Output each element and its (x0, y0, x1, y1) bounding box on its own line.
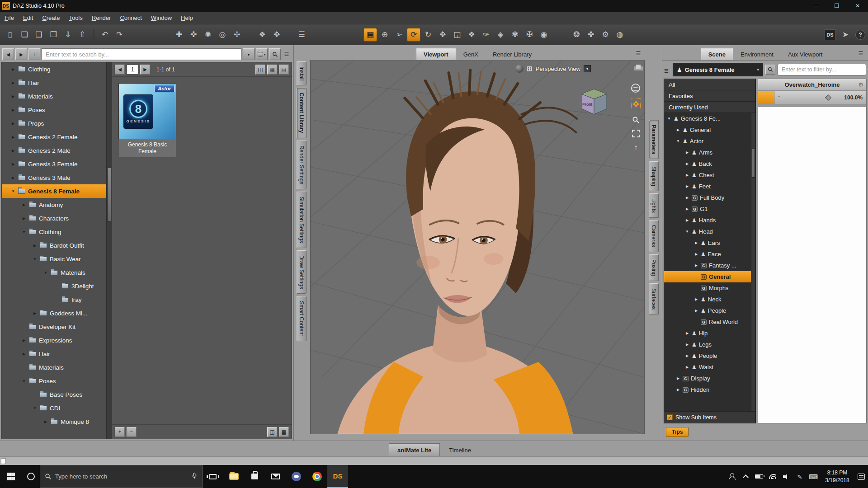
parameter-group-item[interactable]: Chest (664, 169, 755, 181)
import-icon[interactable]: ⇩ (61, 28, 75, 42)
geometry-editor-tool-icon[interactable]: ◈ (494, 28, 507, 42)
tree-item[interactable]: Props (2, 117, 112, 130)
menu-item[interactable]: File (0, 12, 19, 23)
tree-item[interactable]: 3Delight (2, 279, 112, 293)
expand-arrow-icon[interactable] (685, 331, 689, 335)
database-filter-button[interactable]: ▾ (256, 48, 268, 60)
people-icon[interactable] (725, 465, 739, 488)
viewport-tab[interactable]: Viewport (416, 48, 456, 60)
add-category-button[interactable]: + (115, 427, 125, 437)
tips-button[interactable]: Tips (666, 427, 689, 437)
store-button[interactable] (244, 465, 265, 488)
tree-item[interactable]: Clothing (2, 225, 112, 239)
parameters-scrollbar[interactable] (751, 113, 755, 411)
parameter-group-item[interactable]: Waist (664, 361, 755, 373)
page-number-input[interactable] (127, 65, 138, 75)
tree-item[interactable]: Materials (2, 89, 112, 103)
transfer-utility-icon[interactable]: ✾ (508, 28, 522, 42)
daz-studio-button[interactable]: DS (327, 465, 348, 488)
deck-tab[interactable]: aniMate Lite (389, 443, 440, 456)
dock-tab[interactable]: Parameters (649, 120, 659, 159)
expand-arrow-icon[interactable] (11, 81, 15, 85)
expand-arrow-icon[interactable] (685, 343, 689, 347)
expand-arrow-icon[interactable] (22, 352, 26, 356)
battery-icon[interactable] (752, 465, 766, 488)
scale-tool-icon[interactable]: ◱ (450, 28, 464, 42)
tree-item[interactable]: Monique 8 (2, 415, 112, 428)
close-button[interactable]: ✕ (847, 0, 868, 12)
tree-item[interactable]: Goddess Mi... (2, 306, 112, 320)
parameter-group-item[interactable]: Feet (664, 181, 755, 192)
render-tool-icon[interactable]: ◉ (537, 28, 551, 42)
viewport-3d[interactable]: Perspective View ▾ Front (310, 61, 645, 434)
parameter-group-item[interactable]: People (664, 350, 755, 361)
save-file-icon[interactable]: ❑ (32, 28, 46, 42)
expand-arrow-icon[interactable] (22, 203, 26, 207)
create-camera-icon[interactable]: ◎ (216, 28, 229, 42)
save-as-icon[interactable]: ❐ (47, 28, 60, 42)
discord-button[interactable] (286, 465, 307, 488)
menu-item[interactable]: Connect (115, 12, 146, 23)
expand-arrow-icon[interactable] (685, 162, 689, 166)
expand-arrow-icon[interactable] (11, 108, 15, 112)
parameter-group-item[interactable]: Display (664, 373, 755, 384)
help-icon[interactable]: ? (855, 30, 865, 40)
mail-button[interactable] (265, 465, 286, 488)
redo-icon[interactable]: ↷ (113, 28, 126, 42)
touch-keyboard-icon[interactable] (807, 465, 820, 488)
viewport-layout-icon[interactable] (636, 65, 641, 69)
aniblock-icon[interactable]: ✤ (584, 28, 598, 42)
dock-tab[interactable]: Smart Content (297, 296, 307, 341)
figure-selector[interactable]: Genesis 8 Female ▾ (673, 63, 763, 76)
parameter-group-item[interactable]: Genesis 8 Fe... (664, 113, 755, 124)
menu-item[interactable]: Tools (64, 12, 87, 23)
dock-tab[interactable]: Install (297, 61, 307, 85)
dock-tab[interactable]: Cameras (649, 220, 659, 252)
parameter-group-item[interactable]: Legs (664, 339, 755, 350)
action-center-button[interactable] (854, 465, 868, 488)
expand-arrow-icon[interactable] (11, 162, 15, 166)
surface-selection-tool-icon[interactable]: ✑ (479, 28, 493, 42)
expand-arrow-icon[interactable] (676, 388, 680, 392)
dock-tab[interactable]: Shaping (649, 161, 659, 191)
pen-icon[interactable] (793, 465, 807, 488)
expand-arrow-icon[interactable] (11, 176, 15, 180)
view-cube[interactable]: Front (578, 87, 610, 118)
tree-scrollbar[interactable] (106, 62, 112, 439)
parameter-group-item[interactable]: Ears (664, 237, 755, 249)
menu-item[interactable]: Edit (19, 12, 38, 23)
expand-arrow-icon[interactable] (676, 128, 680, 132)
right-pane-tab[interactable]: Scene (701, 48, 733, 60)
expand-arrow-icon[interactable] (11, 189, 15, 193)
expand-arrow-icon[interactable] (43, 420, 48, 424)
expand-arrow-icon[interactable] (33, 244, 37, 248)
camera-render-icon[interactable]: ◍ (613, 28, 627, 42)
volume-icon[interactable] (779, 465, 793, 488)
expand-arrow-icon[interactable] (685, 207, 689, 211)
tree-item[interactable]: Materials (2, 361, 112, 374)
parameter-group-item[interactable]: Actor (664, 136, 755, 147)
search-dropdown-button[interactable]: ▾ (243, 48, 255, 60)
export-icon[interactable]: ⇧ (75, 28, 89, 42)
tree-item[interactable]: Hair (2, 347, 112, 361)
rotate-tool-icon[interactable]: ⟳ (407, 28, 420, 42)
dock-tab[interactable]: Simulation Settings (297, 192, 307, 248)
expand-arrow-icon[interactable] (33, 257, 37, 261)
parameter-group-item[interactable]: Hip (664, 328, 755, 339)
expand-arrow-icon[interactable] (11, 67, 15, 71)
expand-arrow-icon[interactable] (694, 263, 698, 267)
cortana-button[interactable] (22, 465, 40, 488)
parameter-group-item[interactable]: Morphs (664, 282, 755, 294)
camera-dropdown-button[interactable]: ▾ (584, 65, 591, 72)
grid-view-button[interactable] (267, 65, 277, 75)
create-prop-icon[interactable]: ✜ (187, 28, 200, 42)
orbit-icon[interactable] (631, 84, 640, 93)
open-file-icon[interactable]: ❏ (18, 28, 31, 42)
tree-item[interactable]: Genesis 3 Female (2, 157, 112, 171)
expand-arrow-icon[interactable] (33, 406, 37, 410)
tree-item[interactable]: Genesis 2 Female (2, 130, 112, 144)
parameter-group-item[interactable]: Face (664, 249, 755, 260)
pointer-tool-icon[interactable]: ➢ (392, 28, 406, 42)
dock-tab[interactable]: Content Library (297, 88, 307, 138)
scrollbar-thumb[interactable] (107, 168, 111, 222)
